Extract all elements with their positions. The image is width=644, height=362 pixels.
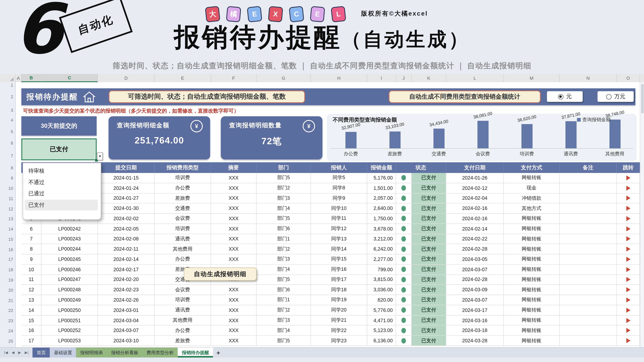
column-header-B[interactable]: B xyxy=(22,74,42,82)
cell-jump[interactable] xyxy=(617,305,640,315)
cell-submit[interactable]: 2024-02-23 xyxy=(98,285,154,295)
cell-pay_date[interactable]: 2024-03-28 xyxy=(446,336,504,346)
cell-pay_method[interactable]: 网银转账 xyxy=(504,336,560,346)
cell-remark[interactable] xyxy=(560,224,617,234)
cell-dept[interactable]: 部门5 xyxy=(257,336,311,346)
select-all-corner[interactable] xyxy=(0,74,16,82)
cell-dept[interactable]: 部门4 xyxy=(257,265,311,274)
next-sheet-icon[interactable]: ▶ xyxy=(18,351,21,355)
cell-remark[interactable] xyxy=(560,244,617,254)
cell-pay_method[interactable]: 网银转账 xyxy=(504,295,560,305)
cell-dept[interactable]: 部门2 xyxy=(257,183,311,193)
column-header-E[interactable]: E xyxy=(154,74,211,82)
cell-no[interactable]: 17 xyxy=(22,336,42,346)
cell-type[interactable]: 其他费用 xyxy=(154,244,211,254)
cell-summary[interactable]: XXX xyxy=(211,295,256,305)
row-number-24[interactable]: 24 xyxy=(8,328,13,333)
column-header-M[interactable]: M xyxy=(504,74,560,82)
cell-dot[interactable] xyxy=(396,254,412,264)
cell-amount[interactable]: 2,277.00 xyxy=(367,254,396,264)
cell-amount[interactable]: 3,678.00 xyxy=(367,224,396,234)
cell-dept[interactable]: 部门1 xyxy=(257,234,311,244)
cell-id[interactable]: LP000246 xyxy=(42,265,98,274)
cell-amount[interactable]: 799.00 xyxy=(367,265,396,274)
cell-jump[interactable] xyxy=(617,183,640,193)
sheet-tab-报销明细表[interactable]: 报销明细表 xyxy=(76,348,107,358)
jump-arrow-icon[interactable] xyxy=(626,318,630,323)
cell-person[interactable]: 同学17 xyxy=(311,275,367,285)
cell-dot[interactable] xyxy=(396,244,412,254)
cell-remark[interactable] xyxy=(560,315,617,325)
jump-arrow-icon[interactable] xyxy=(626,196,630,201)
cell-no[interactable]: 13 xyxy=(22,295,42,305)
cell-status[interactable]: 已支付 xyxy=(412,224,446,234)
cell-pay_method[interactable]: 网银转账 xyxy=(504,326,560,335)
cell-submit[interactable]: 2024-02-20 xyxy=(98,275,154,285)
cell-dot[interactable] xyxy=(396,183,412,193)
cell-jump[interactable] xyxy=(617,224,640,234)
cell-id[interactable]: LP000248 xyxy=(42,285,98,295)
cell-person[interactable]: 同学20 xyxy=(311,305,367,315)
cell-pay_method[interactable]: 网银转账 xyxy=(504,315,560,325)
table-header-cell[interactable]: 报销人 xyxy=(311,162,367,173)
cell-amount[interactable]: 4,471.00 xyxy=(367,315,396,325)
cell-status[interactable]: 已支付 xyxy=(412,183,446,193)
cell-dot[interactable] xyxy=(396,305,412,315)
cell-person[interactable]: 同学14 xyxy=(311,244,367,254)
cell-remark[interactable] xyxy=(560,254,617,264)
cell-submit[interactable]: 2024-01-30 xyxy=(98,203,154,213)
dropdown-button[interactable]: ▼ xyxy=(97,152,103,160)
cell-remark[interactable] xyxy=(560,285,617,295)
cell-summary[interactable]: XXX xyxy=(211,315,256,325)
cell-id[interactable]: LP000244 xyxy=(42,244,98,254)
cell-jump[interactable] xyxy=(617,285,640,295)
cell-jump[interactable] xyxy=(617,234,640,244)
cell-pay_date[interactable]: 2024-02-04 xyxy=(446,193,504,203)
jump-arrow-icon[interactable] xyxy=(626,267,630,272)
cell-jump[interactable] xyxy=(617,295,640,305)
cell-dot[interactable] xyxy=(396,275,412,285)
cell-id[interactable]: LP000245 xyxy=(42,254,98,264)
jump-arrow-icon[interactable] xyxy=(626,175,630,180)
cell-person[interactable]: 同学18 xyxy=(311,285,367,295)
cell-no[interactable]: 7 xyxy=(22,234,42,244)
cell-type[interactable]: 培训费 xyxy=(154,295,211,305)
cell-person[interactable]: 同学19 xyxy=(311,295,367,305)
table-header-cell[interactable]: 支付日期 xyxy=(446,162,504,173)
cell-type[interactable]: 差旅费 xyxy=(154,193,211,203)
row-number-22[interactable]: 22 xyxy=(8,308,13,313)
row-number-3[interactable]: 3 xyxy=(11,107,13,112)
cell-dot[interactable] xyxy=(396,214,412,223)
cell-remark[interactable] xyxy=(560,265,617,274)
cell-jump[interactable] xyxy=(617,193,640,203)
cell-remark[interactable] xyxy=(560,295,617,305)
cell-dept[interactable]: 部门1 xyxy=(257,295,311,305)
cell-amount[interactable]: 1,501.00 xyxy=(367,183,396,193)
sheet-tab-报销待办提醒[interactable]: 报销待办提醒 xyxy=(178,348,213,358)
cell-id[interactable]: LP000249 xyxy=(42,295,98,305)
cell-no[interactable]: 14 xyxy=(22,305,42,315)
cell-dot[interactable] xyxy=(396,203,412,213)
cell-person[interactable]: 同学12 xyxy=(311,224,367,234)
cell-remark[interactable] xyxy=(560,203,617,213)
jump-arrow-icon[interactable] xyxy=(626,298,630,302)
cell-status[interactable]: 已支付 xyxy=(412,295,446,305)
table-header-cell[interactable]: 部门 xyxy=(257,162,311,173)
cell-submit[interactable]: 2024-03-04 xyxy=(98,315,154,325)
row-number-5[interactable]: 5 xyxy=(11,129,13,134)
cell-remark[interactable] xyxy=(560,193,617,203)
cell-submit[interactable]: 2024-03-07 xyxy=(98,326,154,335)
last-sheet-icon[interactable]: ▶| xyxy=(25,351,28,355)
cell-pay_method[interactable]: 网银转账 xyxy=(504,214,560,223)
cell-no[interactable]: 8 xyxy=(22,244,42,254)
cell-pay_method[interactable]: 网银转账 xyxy=(504,224,560,234)
cell-submit[interactable]: 2024-02-08 xyxy=(98,234,154,244)
cell-pay_date[interactable]: 2024-03-07 xyxy=(446,265,504,274)
cell-dept[interactable]: 部门3 xyxy=(257,315,311,325)
cell-jump[interactable] xyxy=(617,336,640,346)
cell-person[interactable]: 同学13 xyxy=(311,234,367,244)
row-number-21[interactable]: 21 xyxy=(8,298,13,303)
row-number-19[interactable]: 19 xyxy=(8,277,13,282)
row-number-16[interactable]: 16 xyxy=(8,247,13,252)
row-number-4[interactable]: 4 xyxy=(11,118,13,122)
